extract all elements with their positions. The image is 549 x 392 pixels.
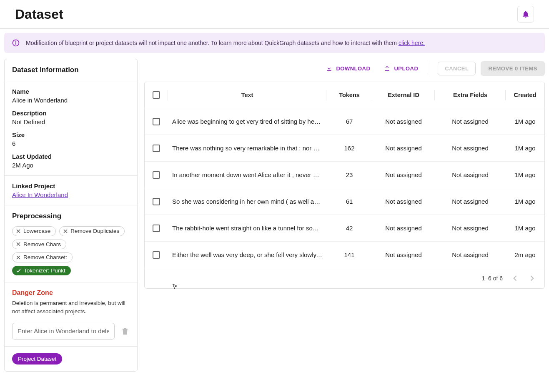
trash-icon[interactable] <box>120 327 130 336</box>
cell-created: 1M ago <box>506 188 544 215</box>
row-checkbox[interactable] <box>153 225 160 232</box>
x-icon <box>16 242 21 247</box>
cell-external-id: Not assigned <box>372 215 435 242</box>
cell-extra-fields: Not assigned <box>435 135 506 162</box>
download-button[interactable]: DOWNLOAD <box>321 62 374 75</box>
row-checkbox[interactable] <box>153 171 160 179</box>
danger-zone-description: Deletion is permanent and irrevesible, b… <box>12 299 130 316</box>
chip-label: Remove Chars <box>23 242 61 247</box>
info-banner: Modification of blueprint or project dat… <box>4 33 545 53</box>
cell-tokens: 42 <box>326 215 372 242</box>
size-label: Size <box>12 131 130 138</box>
cell-external-id: Not assigned <box>372 108 435 135</box>
chip-remove-duplicates[interactable]: Remove Duplicates <box>59 226 125 236</box>
cell-created: 1M ago <box>506 135 544 162</box>
page-title: Dataset <box>15 7 63 22</box>
cell-external-id: Not assigned <box>372 162 435 188</box>
dataset-info-heading: Dataset Information <box>12 66 130 74</box>
col-external-id[interactable]: External ID <box>372 82 435 108</box>
cell-extra-fields: Not assigned <box>435 242 506 268</box>
dataset-table: Text Tokens External ID Extra Fields Cre… <box>144 82 545 289</box>
check-icon <box>16 268 21 273</box>
table-row[interactable]: In another moment down went Alice after … <box>145 162 544 188</box>
row-checkbox[interactable] <box>153 198 160 205</box>
row-checkbox[interactable] <box>153 145 160 152</box>
cell-extra-fields: Not assigned <box>435 215 506 242</box>
cell-created: 1M ago <box>506 108 544 135</box>
chip-label: Lowercase <box>23 228 50 234</box>
toolbar-divider <box>430 63 430 75</box>
banner-learn-more-link[interactable]: click here. <box>399 40 425 46</box>
col-created[interactable]: Created <box>506 82 544 108</box>
x-icon <box>16 229 21 234</box>
chip-label: Tokenizer: Punkt <box>24 268 65 274</box>
table-row[interactable]: Alice was beginning to get very tired of… <box>145 108 544 135</box>
linked-project-label: Linked Project <box>12 182 130 190</box>
upload-button[interactable]: UPLOAD <box>379 62 422 75</box>
select-all-checkbox[interactable] <box>153 91 160 99</box>
table-row[interactable]: The rabbit-hole went straight on like a … <box>145 215 544 242</box>
delete-confirm-input[interactable] <box>12 323 115 340</box>
table-row[interactable]: There was nothing so very remarkable in … <box>145 135 544 162</box>
cell-created: 1M ago <box>506 215 544 242</box>
cell-text: There was nothing so very remarkable in … <box>168 135 326 162</box>
danger-zone-heading: Danger Zone <box>12 289 130 297</box>
cell-text: So she was considering in her own mind (… <box>168 188 326 215</box>
linked-project-link[interactable]: Alice In Wonderland <box>12 191 68 198</box>
cell-extra-fields: Not assigned <box>435 188 506 215</box>
cell-tokens: 67 <box>326 108 372 135</box>
cell-extra-fields: Not assigned <box>435 162 506 188</box>
description-value: Not Defined <box>12 118 130 125</box>
cell-tokens: 61 <box>326 188 372 215</box>
button-label: UPLOAD <box>394 65 418 72</box>
cell-created: 1M ago <box>506 162 544 188</box>
cell-text: Alice was beginning to get very tired of… <box>168 108 326 135</box>
cell-created: 2m ago <box>506 242 544 268</box>
chip-tokenizer[interactable]: Tokenizer: Punkt <box>12 266 71 276</box>
col-text[interactable]: Text <box>168 82 326 108</box>
cell-tokens: 23 <box>326 162 372 188</box>
cell-tokens: 141 <box>326 242 372 268</box>
chip-remove-chars[interactable]: Remove Chars <box>12 240 66 250</box>
pager-next-icon[interactable] <box>528 274 536 282</box>
table-row[interactable]: Either the well was very deep, or she fe… <box>145 242 544 268</box>
table-row[interactable]: So she was considering in her own mind (… <box>145 188 544 215</box>
x-icon <box>63 229 68 234</box>
info-icon <box>12 39 20 47</box>
cell-extra-fields: Not assigned <box>435 108 506 135</box>
button-label: DOWNLOAD <box>336 65 370 72</box>
x-icon <box>16 255 21 260</box>
project-dataset-badge: Project Dataset <box>12 353 62 365</box>
dataset-sidebar: Dataset Information Name Alice in Wonder… <box>4 59 138 372</box>
cell-text: Either the well was very deep, or she fe… <box>168 242 326 268</box>
description-label: Description <box>12 110 130 117</box>
col-extra-fields[interactable]: Extra Fields <box>435 82 506 108</box>
upload-icon <box>384 65 391 72</box>
cell-external-id: Not assigned <box>372 242 435 268</box>
pager-range: 1–6 of 6 <box>481 275 503 282</box>
cell-text: The rabbit-hole went straight on like a … <box>168 215 326 242</box>
col-tokens[interactable]: Tokens <box>326 82 372 108</box>
preprocessing-heading: Preprocessing <box>12 212 130 220</box>
row-checkbox[interactable] <box>153 251 160 259</box>
remove-items-button[interactable]: REMOVE 0 ITEMS <box>481 61 545 76</box>
pager-prev-icon[interactable] <box>511 274 519 282</box>
cell-external-id: Not assigned <box>372 188 435 215</box>
cell-external-id: Not assigned <box>372 135 435 162</box>
last-updated-value: 2M Ago <box>12 162 130 169</box>
cell-tokens: 162 <box>326 135 372 162</box>
download-icon <box>326 65 333 72</box>
last-updated-label: Last Updated <box>12 153 130 160</box>
bell-icon <box>521 10 530 18</box>
size-value: 6 <box>12 140 130 147</box>
svg-point-2 <box>16 41 16 41</box>
chip-remove-charset[interactable]: Remove Charset: <box>12 252 73 262</box>
chip-label: Remove Charset: <box>23 255 67 260</box>
chip-lowercase[interactable]: Lowercase <box>12 226 56 236</box>
row-checkbox[interactable] <box>153 118 160 125</box>
cancel-button[interactable]: CANCEL <box>438 62 476 75</box>
notifications-button[interactable] <box>517 6 534 22</box>
chip-label: Remove Duplicates <box>70 228 119 234</box>
name-value: Alice in Wonderland <box>12 97 130 104</box>
name-label: Name <box>12 88 130 95</box>
